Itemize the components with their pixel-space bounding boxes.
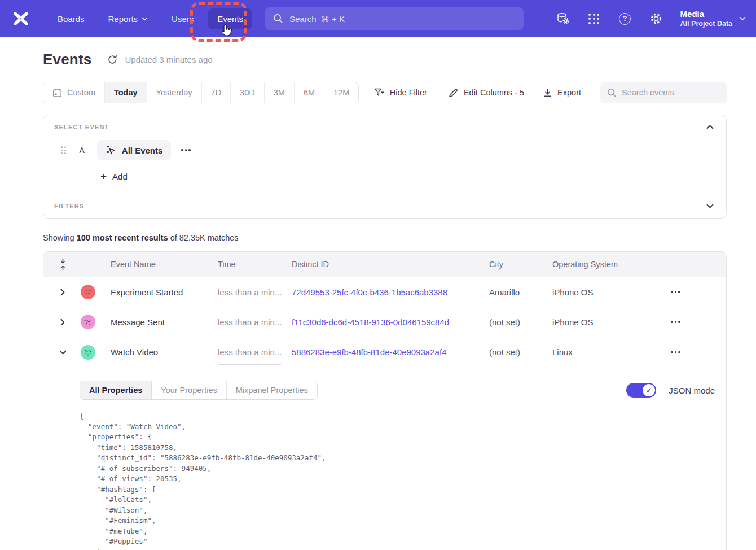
range-6m[interactable]: 6M — [295, 82, 324, 103]
top-navbar: Boards Reports Users Events — [0, 0, 756, 37]
event-avatar — [81, 285, 95, 299]
export-button[interactable]: Export — [543, 88, 581, 98]
nav-item-label: Boards — [58, 14, 85, 24]
range-label: 12M — [333, 88, 349, 97]
nav-item-events[interactable]: Events — [208, 8, 252, 29]
event-avatar — [81, 345, 95, 360]
mixpanel-logo-icon — [12, 10, 30, 28]
hide-filter-button[interactable]: Hide Filter — [374, 88, 427, 98]
add-icon: + — [100, 172, 107, 181]
json-mode-toggle[interactable]: ✓ — [626, 383, 656, 398]
settings-gear-icon[interactable] — [649, 12, 663, 25]
range-custom[interactable]: Custom — [43, 82, 105, 103]
main-content: Events Updated 3 minutes ago — [43, 51, 727, 550]
all-events-icon — [106, 145, 117, 156]
filters-label: FILTERS — [54, 203, 84, 209]
nav-item-label: Reports — [108, 14, 138, 24]
expand-row-button[interactable] — [43, 289, 74, 296]
edit-columns-label: Edit Columns · 5 — [464, 88, 524, 97]
date-range-control: Custom Today Yesterday 7D 30D 3M 6M 12M — [43, 82, 359, 103]
distinct-id-link[interactable]: 5886283e-e9fb-48fb-81de-40e9093a2af4 — [292, 347, 489, 357]
nav-item-boards[interactable]: Boards — [49, 8, 94, 29]
table-header-row: Event Name Time Distinct ID City Operati… — [43, 252, 726, 277]
column-header-city[interactable]: City — [489, 260, 552, 269]
global-search[interactable] — [265, 7, 524, 30]
table-row[interactable]: Experiment Started less than a min... 72… — [43, 277, 726, 307]
results-prefix: Showing — [43, 233, 77, 242]
collapse-all-icon — [59, 259, 67, 270]
collapse-row-button[interactable] — [43, 350, 74, 355]
apps-grid-icon[interactable] — [587, 12, 601, 25]
column-header-os[interactable]: Operating System — [552, 260, 657, 269]
nav-item-users[interactable]: Users — [162, 8, 203, 29]
city-cell: (not set) — [489, 317, 552, 327]
column-header-distinct-id[interactable]: Distinct ID — [292, 260, 489, 269]
refresh-icon — [107, 54, 118, 65]
tab-your-properties[interactable]: Your Properties — [152, 381, 226, 399]
range-yesterday[interactable]: Yesterday — [147, 82, 202, 103]
project-switcher[interactable]: Media All Project Data — [680, 8, 746, 29]
chevron-right-icon — [60, 289, 65, 296]
project-name: Media — [680, 8, 732, 19]
event-name-cell: Message Sent — [102, 317, 218, 327]
os-cell: iPhone OS — [552, 287, 657, 297]
events-page: Boards Reports Users Events — [0, 0, 756, 550]
results-suffix: of 82.35K matches — [168, 233, 239, 242]
range-30d[interactable]: 30D — [231, 82, 265, 103]
time-cell: less than a min... — [218, 287, 292, 297]
row-more-button[interactable] — [669, 289, 683, 295]
global-search-input[interactable] — [289, 14, 516, 24]
collapse-all-button[interactable] — [43, 259, 74, 270]
results-count: 100 most recent results — [77, 233, 168, 242]
search-icon — [273, 14, 283, 24]
range-3m[interactable]: 3M — [265, 82, 295, 103]
help-icon[interactable]: ? — [618, 12, 632, 25]
column-header-time[interactable]: Time — [218, 260, 292, 269]
event-selector-button[interactable]: All Events — [97, 140, 172, 160]
toggle-knob: ✓ — [643, 384, 655, 396]
search-events-box[interactable] — [600, 82, 727, 103]
project-subtitle: All Project Data — [680, 19, 732, 29]
add-label: Add — [112, 172, 128, 181]
range-12m[interactable]: 12M — [324, 82, 358, 103]
row-more-button[interactable] — [669, 318, 683, 325]
time-cell: less than a min... — [218, 347, 292, 357]
range-7d[interactable]: 7D — [202, 82, 231, 103]
nav-item-reports[interactable]: Reports — [99, 8, 157, 29]
column-header-event-name[interactable]: Event Name — [102, 260, 218, 269]
data-management-icon[interactable] — [556, 12, 570, 25]
search-events-input[interactable] — [622, 88, 720, 97]
table-row-expanded[interactable]: Watch Video less than a min... 5886283e-… — [43, 337, 726, 367]
collapse-section-button[interactable] — [705, 124, 715, 130]
json-mode-label: JSON mode — [669, 386, 715, 395]
expand-filters-button[interactable] — [705, 203, 715, 209]
chevron-down-icon — [739, 16, 746, 21]
add-event-button[interactable]: + Add — [100, 172, 715, 181]
tab-all-properties[interactable]: All Properties — [80, 381, 152, 399]
events-table: Event Name Time Distinct ID City Operati… — [43, 251, 727, 550]
expand-row-button[interactable] — [43, 318, 74, 326]
chevron-down-icon — [706, 204, 714, 208]
mixpanel-logo[interactable] — [11, 9, 30, 28]
range-label: 6M — [304, 88, 315, 97]
range-label: Yesterday — [156, 88, 192, 97]
filters-section[interactable]: FILTERS — [43, 194, 726, 218]
refresh-button[interactable] — [107, 54, 118, 65]
city-cell: (not set) — [489, 347, 552, 357]
last-updated-text: Updated 3 minutes ago — [125, 55, 212, 64]
range-today[interactable]: Today — [105, 82, 147, 103]
event-clause-more-button[interactable] — [179, 147, 193, 154]
navbar-right-cluster: ? Media All Project Data — [556, 0, 746, 37]
search-icon — [607, 88, 617, 98]
os-cell: iPhone OS — [552, 317, 657, 327]
edit-columns-button[interactable]: Edit Columns · 5 — [448, 88, 524, 98]
tab-mixpanel-properties[interactable]: Mixpanel Properties — [227, 381, 317, 399]
chevron-right-icon — [60, 318, 65, 326]
event-json-viewer[interactable]: { "event": "Watch Video", "properties": … — [80, 411, 715, 550]
page-title: Events — [43, 51, 91, 68]
distinct-id-link[interactable]: f11c30d6-dc6d-4518-9136-0d046159c84d — [292, 317, 489, 327]
table-row[interactable]: Message Sent less than a min... f11c30d6… — [43, 307, 726, 337]
drag-handle-icon[interactable] — [61, 146, 66, 154]
row-more-button[interactable] — [669, 349, 683, 356]
distinct-id-link[interactable]: 72d49553-25fc-4f0c-b436-1b5ac6ab3388 — [292, 287, 489, 297]
